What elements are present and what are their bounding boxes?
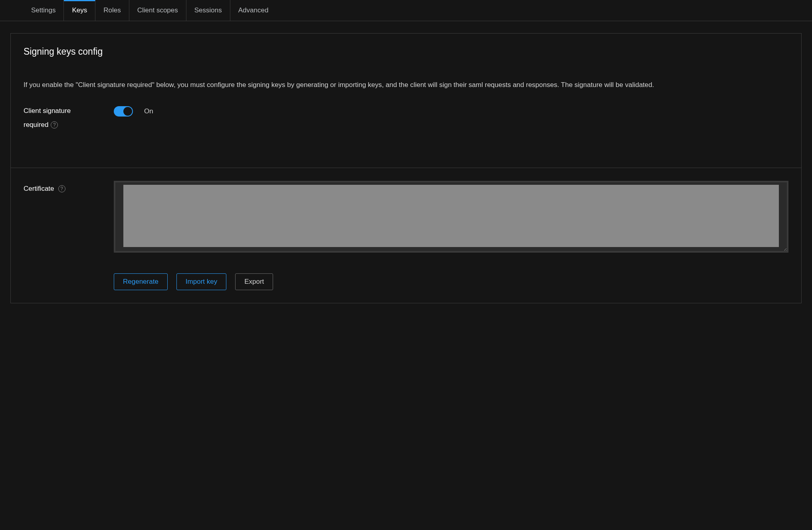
client-signature-label: Client signature required ? — [24, 105, 99, 131]
signing-keys-title: Signing keys config — [24, 46, 788, 57]
tab-advanced[interactable]: Advanced — [230, 0, 277, 21]
help-icon[interactable]: ? — [58, 185, 65, 192]
content-wrapper: Signing keys config If you enable the "C… — [10, 33, 802, 303]
client-signature-row: Client signature required ? On — [24, 105, 788, 131]
tab-roles[interactable]: Roles — [95, 0, 129, 21]
tab-settings[interactable]: Settings — [23, 0, 64, 21]
help-icon[interactable]: ? — [51, 121, 58, 129]
client-signature-toggle-state: On — [144, 107, 153, 115]
tab-sessions[interactable]: Sessions — [186, 0, 230, 21]
signing-keys-section: Signing keys config If you enable the "C… — [10, 33, 802, 303]
import-key-button[interactable]: Import key — [176, 273, 226, 290]
certificate-label: Certificate — [24, 185, 54, 193]
certificate-textarea-wrapper — [114, 181, 788, 254]
certificate-textarea[interactable] — [114, 181, 788, 253]
certificate-actions: Regenerate Import key Export — [114, 273, 788, 290]
client-signature-label-line2: required — [24, 119, 48, 131]
client-signature-toggle[interactable] — [114, 106, 133, 117]
tab-keys[interactable]: Keys — [64, 0, 95, 21]
client-signature-label-line1: Client signature — [24, 105, 99, 117]
tabs-list: Settings Keys Roles Client scopes Sessio… — [0, 0, 812, 21]
signing-keys-top: Signing keys config If you enable the "C… — [11, 34, 801, 168]
certificate-label-wrapper: Certificate ? — [24, 181, 99, 193]
certificate-section: Certificate ? Regenerate Import key Expo… — [11, 168, 801, 303]
export-button[interactable]: Export — [235, 273, 273, 290]
client-signature-toggle-wrapper: On — [114, 105, 153, 117]
signing-keys-description: If you enable the "Client signature requ… — [24, 79, 788, 91]
tab-client-scopes[interactable]: Client scopes — [129, 0, 186, 21]
certificate-row: Certificate ? — [24, 181, 788, 254]
regenerate-button[interactable]: Regenerate — [114, 273, 168, 290]
toggle-knob — [123, 107, 132, 116]
